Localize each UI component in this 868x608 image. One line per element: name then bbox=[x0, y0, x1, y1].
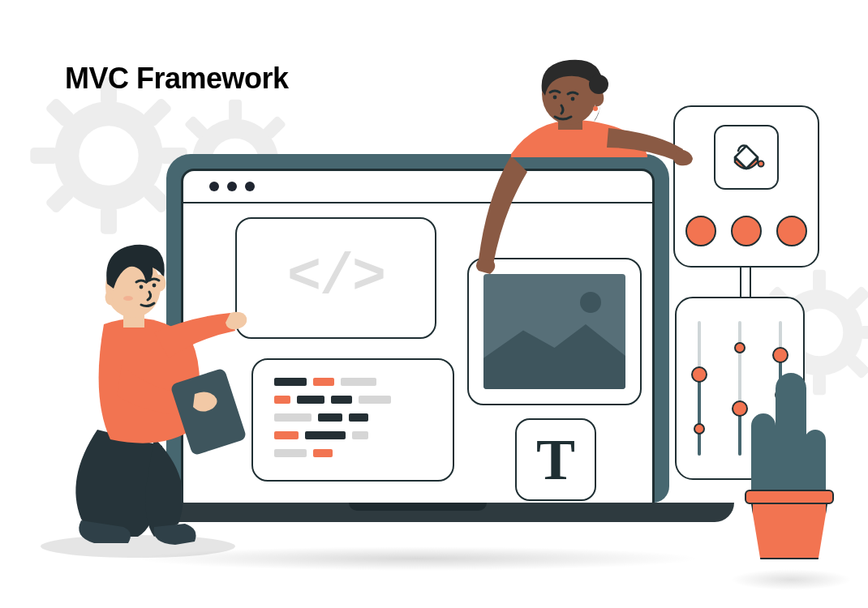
code-bar-row bbox=[274, 378, 432, 386]
svg-point-37 bbox=[41, 535, 235, 558]
image-placeholder-icon bbox=[483, 274, 625, 389]
svg-point-41 bbox=[140, 285, 144, 289]
typography-letter-icon: T bbox=[536, 430, 575, 489]
svg-point-30 bbox=[758, 161, 764, 167]
svg-point-36 bbox=[593, 106, 598, 111]
code-bar-segment bbox=[313, 449, 333, 457]
slider-track bbox=[698, 321, 701, 456]
gear-icon bbox=[28, 75, 190, 237]
code-bar-segment bbox=[349, 413, 368, 422]
window-dot bbox=[245, 182, 255, 191]
slider-knob bbox=[694, 423, 705, 435]
window-dot bbox=[227, 182, 237, 191]
svg-rect-3 bbox=[30, 148, 57, 164]
code-bar-segment bbox=[305, 431, 346, 439]
svg-point-34 bbox=[553, 96, 557, 100]
code-tag-icon: </> bbox=[287, 261, 385, 295]
svg-point-35 bbox=[571, 97, 575, 101]
code-bar-row bbox=[274, 431, 432, 439]
window-dot bbox=[209, 182, 219, 191]
slider-knob bbox=[772, 347, 789, 363]
connector-stem bbox=[740, 268, 751, 297]
plant-pot bbox=[745, 490, 834, 559]
code-bar-segment bbox=[331, 396, 352, 404]
slider-knob bbox=[691, 366, 707, 383]
code-bar-row bbox=[274, 396, 432, 404]
page-title: MVC Framework bbox=[65, 62, 289, 96]
slider-knob bbox=[734, 342, 746, 353]
svg-rect-11 bbox=[229, 100, 242, 122]
code-bar-segment bbox=[297, 396, 324, 404]
code-bar-row bbox=[274, 449, 432, 457]
person-left-illustration bbox=[32, 235, 292, 559]
code-bar-row bbox=[274, 413, 432, 422]
paint-bucket-icon bbox=[714, 125, 779, 190]
svg-rect-21 bbox=[813, 270, 826, 292]
svg-point-43 bbox=[123, 296, 133, 301]
typography-card: T bbox=[515, 418, 596, 501]
code-bar-segment bbox=[359, 396, 391, 404]
svg-rect-24 bbox=[861, 326, 868, 339]
color-swatch bbox=[776, 216, 807, 246]
svg-point-42 bbox=[153, 284, 157, 288]
color-swatch bbox=[731, 216, 762, 246]
code-bar-segment bbox=[313, 378, 334, 386]
cactus-plant-decoration bbox=[722, 389, 852, 576]
code-bar-segment bbox=[352, 431, 368, 439]
person-right-illustration bbox=[454, 58, 714, 285]
code-bar-segment bbox=[341, 378, 376, 386]
svg-point-33 bbox=[589, 75, 608, 94]
code-bar-segment bbox=[318, 413, 342, 422]
svg-point-9 bbox=[79, 126, 138, 185]
svg-rect-2 bbox=[101, 207, 117, 233]
